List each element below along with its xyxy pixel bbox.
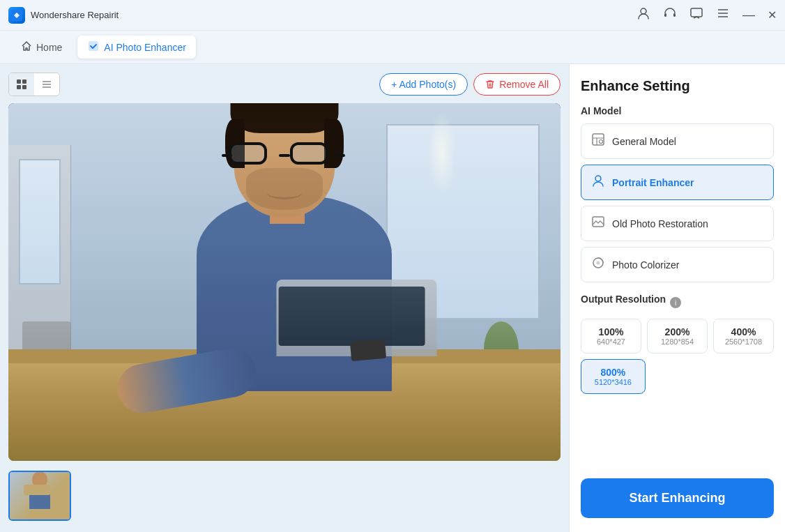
left-panel: + Add Photo(s) Remove All [0, 64, 569, 532]
app-title: Wondershare Repairit [31, 10, 119, 20]
svg-point-17 [600, 140, 603, 144]
resolution-400-button[interactable]: 400% 2560*1708 [713, 319, 774, 354]
add-photos-button[interactable]: + Add Photo(s) [379, 73, 468, 96]
res-100-dim: 640*427 [597, 337, 625, 346]
old-photo-restoration-button[interactable]: Old Photo Restoration [581, 206, 774, 241]
portrait-enhancer-button[interactable]: Portrait Enhancer [581, 165, 774, 200]
main-photo [8, 103, 561, 461]
titlebar: Wondershare Repairit — ✕ [0, 0, 785, 31]
old-photo-icon [591, 215, 605, 232]
home-tab[interactable]: Home [11, 36, 72, 58]
main-content: + Add Photo(s) Remove All [0, 64, 785, 532]
account-icon[interactable] [637, 6, 650, 24]
res-200-pct: 200% [665, 326, 690, 337]
res-800-pct: 800% [600, 367, 625, 378]
portrait-enhancer-label: Portrait Enhancer [612, 177, 694, 188]
res-800-dim: 5120*3416 [595, 378, 632, 386]
close-icon[interactable]: ✕ [768, 8, 777, 22]
headset-icon[interactable] [663, 6, 677, 24]
photo-display-area [8, 103, 561, 461]
app-icon [8, 7, 25, 24]
ai-photo-enhancer-tab[interactable]: AI Photo Enhancer [77, 36, 196, 59]
chat-icon[interactable] [689, 6, 703, 24]
resolution-header: Output Resolution i [581, 294, 774, 312]
svg-point-18 [595, 176, 601, 181]
minimize-icon[interactable]: — [742, 8, 755, 22]
svg-rect-12 [22, 85, 26, 89]
general-model-icon [591, 132, 605, 150]
resolution-grid-top: 100% 640*427 200% 1280*854 400% 2560*170… [581, 319, 774, 354]
home-tab-label: Home [36, 42, 62, 53]
list-view-button[interactable] [34, 73, 59, 96]
grid-view-button[interactable] [9, 73, 34, 96]
model-list: General Model Portrait Enhancer Old Phot… [581, 123, 774, 282]
res-400-dim: 2560*1708 [725, 337, 762, 346]
thumbnail-item[interactable] [8, 471, 71, 521]
home-icon [21, 40, 32, 54]
ai-model-section: AI Model General Model Portrait Enhancer [581, 105, 774, 282]
svg-rect-4 [691, 8, 702, 17]
svg-rect-11 [17, 85, 21, 89]
portrait-enhancer-icon [591, 174, 605, 191]
titlebar-right: — ✕ [637, 6, 777, 24]
svg-rect-2 [664, 13, 666, 17]
old-photo-label: Old Photo Restoration [612, 218, 708, 229]
svg-rect-9 [17, 79, 21, 84]
panel-title: Enhance Setting [581, 78, 774, 94]
svg-rect-3 [673, 13, 676, 17]
view-toggle [8, 73, 60, 96]
colorizer-label: Photo Colorizer [612, 259, 680, 271]
res-400-pct: 400% [731, 326, 756, 337]
enhancer-icon [87, 40, 100, 54]
resolution-200-button[interactable]: 200% 1280*854 [647, 319, 708, 354]
svg-rect-10 [22, 79, 26, 84]
resolution-grid-bottom: 800% 5120*3416 [581, 359, 774, 394]
colorizer-icon [591, 256, 605, 273]
toolbar: + Add Photo(s) Remove All [8, 73, 561, 96]
resolution-100-button[interactable]: 100% 640*427 [581, 319, 641, 354]
output-resolution-section: Output Resolution i 100% 640*427 200% 12… [581, 294, 774, 394]
svg-point-21 [597, 261, 600, 265]
svg-rect-19 [593, 217, 604, 227]
res-100-pct: 100% [599, 326, 624, 337]
right-panel: Enhance Setting AI Model General Model [569, 64, 785, 532]
remove-all-button[interactable]: Remove All [473, 73, 561, 96]
photo-colorizer-button[interactable]: Photo Colorizer [581, 247, 774, 282]
resolution-800-button[interactable]: 800% 5120*3416 [581, 359, 646, 394]
general-model-label: General Model [612, 136, 676, 147]
info-icon[interactable]: i [670, 297, 681, 308]
menu-icon[interactable] [716, 6, 730, 24]
ai-model-label: AI Model [581, 105, 774, 116]
titlebar-left: Wondershare Repairit [8, 7, 119, 24]
svg-point-1 [641, 8, 646, 14]
thumbnail-strip [8, 468, 561, 524]
res-200-dim: 1280*854 [661, 337, 694, 346]
remove-all-label: Remove All [499, 79, 549, 90]
start-enhancing-button[interactable]: Start Enhancing [581, 478, 774, 518]
navbar: Home AI Photo Enhancer [0, 31, 785, 64]
resolution-label: Output Resolution [581, 294, 666, 305]
active-tab-label: AI Photo Enhancer [104, 42, 186, 53]
general-model-button[interactable]: General Model [581, 123, 774, 159]
thumbnail-preview [10, 472, 70, 519]
